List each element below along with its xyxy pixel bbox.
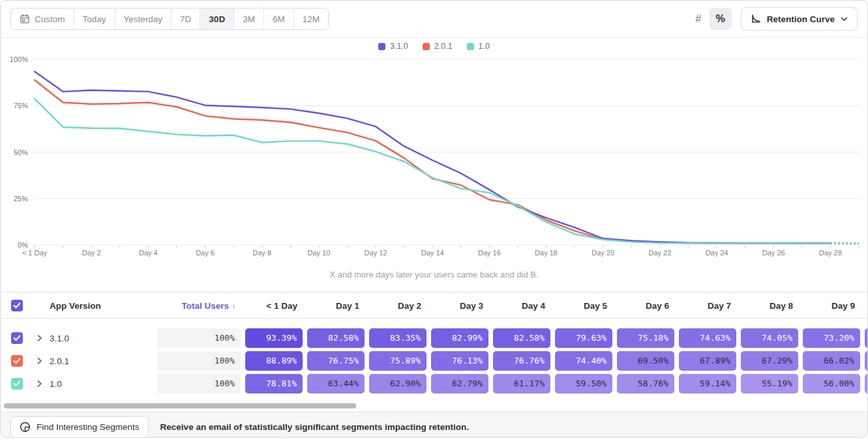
retention-cell[interactable]: 59.50% bbox=[555, 374, 612, 393]
retention-cell[interactable]: 78.81% bbox=[245, 374, 303, 393]
retention-cell-clipped[interactable] bbox=[865, 328, 868, 348]
retention-cell[interactable]: 73.20% bbox=[803, 328, 860, 348]
range-button-7d[interactable]: 7D bbox=[172, 8, 200, 29]
svg-text:Day 8: Day 8 bbox=[252, 249, 271, 257]
retention-cell[interactable]: 82.58% bbox=[493, 328, 550, 348]
table-row-2.0.1[interactable]: 2.0.1100%88.89%76.75%75.89%76.13%76.76%7… bbox=[1, 349, 867, 372]
retention-report-card: CustomTodayYesterday7D30D3M6M12M #% Rete… bbox=[0, 0, 868, 438]
svg-text:Day 26: Day 26 bbox=[762, 249, 785, 257]
range-label: 7D bbox=[180, 14, 191, 24]
range-button-custom[interactable]: Custom bbox=[11, 8, 74, 29]
scrollbar-thumb[interactable] bbox=[4, 403, 356, 408]
range-button-12m[interactable]: 12M bbox=[294, 8, 328, 29]
chart-type-dropdown[interactable]: Retention Curve bbox=[741, 7, 858, 31]
table-body: 3.1.0100%93.39%82.58%83.35%82.99%82.58%7… bbox=[1, 319, 867, 400]
retention-cell[interactable]: 56.00% bbox=[803, 374, 860, 393]
footer-bar: Find Interesting Segments Receive an ema… bbox=[1, 412, 867, 438]
retention-cell[interactable]: 76.76% bbox=[493, 351, 550, 371]
day-column-header[interactable]: Day 8 bbox=[741, 293, 798, 319]
retention-cell[interactable]: 58.76% bbox=[617, 374, 674, 393]
retention-cell[interactable]: 82.58% bbox=[307, 328, 365, 348]
row-checkbox[interactable] bbox=[11, 355, 23, 367]
svg-text:Day 20: Day 20 bbox=[591, 249, 614, 257]
range-button-6m[interactable]: 6M bbox=[264, 8, 294, 29]
retention-cell[interactable]: 55.19% bbox=[741, 374, 798, 393]
select-all-checkbox[interactable] bbox=[11, 300, 23, 311]
table-row-3.1.0[interactable]: 3.1.0100%93.39%82.58%83.35%82.99%82.58%7… bbox=[1, 326, 867, 349]
range-button-yesterday[interactable]: Yesterday bbox=[115, 8, 172, 29]
retention-cell[interactable]: 62.90% bbox=[369, 374, 427, 393]
retention-cell[interactable]: 82.99% bbox=[431, 328, 488, 348]
retention-cell[interactable]: 67.29% bbox=[741, 351, 798, 371]
horizontal-scrollbar[interactable] bbox=[1, 400, 867, 412]
retention-cell[interactable]: 61.17% bbox=[493, 374, 550, 393]
find-interesting-segments-button[interactable]: Find Interesting Segments bbox=[10, 416, 149, 438]
table-row-1.0[interactable]: 1.0100%78.81%63.44%62.90%62.79%61.17%59.… bbox=[1, 372, 867, 395]
day-column-header[interactable]: Day 4 bbox=[493, 293, 550, 319]
svg-text:Day 10: Day 10 bbox=[307, 249, 330, 257]
svg-text:50%: 50% bbox=[14, 149, 28, 156]
percent-values-toggle[interactable]: % bbox=[710, 8, 732, 30]
footer-message: Receive an email of statistically signif… bbox=[160, 422, 469, 432]
range-button-today[interactable]: Today bbox=[74, 8, 115, 29]
table-header-row: App Version Total Users↓ < 1 DayDay 1Day… bbox=[1, 293, 867, 319]
retention-cell[interactable]: 93.39% bbox=[245, 328, 303, 348]
app-version-name: 3.1.0 bbox=[50, 333, 69, 343]
day-column-header[interactable]: Day 1 bbox=[307, 293, 365, 319]
expand-chevron-right-icon[interactable] bbox=[37, 334, 42, 342]
total-users-cell[interactable]: 100% bbox=[157, 351, 241, 371]
day-column-header[interactable]: Day 3 bbox=[431, 293, 488, 319]
retention-cell[interactable]: 79.63% bbox=[555, 328, 612, 348]
retention-cell[interactable]: 67.89% bbox=[679, 351, 736, 371]
legend-swatch bbox=[378, 43, 385, 50]
legend-item-3.1.0[interactable]: 3.1.0 bbox=[378, 42, 408, 51]
total-users-header[interactable]: Total Users↓ bbox=[157, 293, 241, 319]
retention-cell[interactable]: 69.50% bbox=[617, 351, 674, 371]
chart-caption: X and more days later your users came ba… bbox=[1, 270, 867, 279]
retention-cell[interactable]: 76.75% bbox=[307, 351, 365, 371]
range-label: Custom bbox=[35, 14, 65, 24]
legend-label: 2.0.1 bbox=[434, 42, 453, 51]
legend-swatch bbox=[467, 43, 474, 50]
svg-text:100%: 100% bbox=[10, 55, 28, 63]
expand-chevron-right-icon[interactable] bbox=[37, 357, 42, 365]
toolbar: CustomTodayYesterday7D30D3M6M12M #% Rete… bbox=[1, 1, 867, 38]
day-column-header[interactable]: < 1 Day bbox=[245, 293, 303, 319]
range-button-30d[interactable]: 30D bbox=[200, 8, 234, 29]
retention-cell[interactable]: 83.35% bbox=[369, 328, 427, 348]
retention-cell[interactable]: 75.89% bbox=[369, 351, 427, 371]
absolute-values-toggle[interactable]: # bbox=[687, 8, 710, 30]
retention-cell-clipped[interactable] bbox=[865, 374, 868, 393]
retention-cell[interactable]: 88.89% bbox=[245, 351, 303, 371]
retention-cell[interactable]: 63.44% bbox=[307, 374, 365, 393]
retention-cell[interactable]: 74.63% bbox=[679, 328, 736, 348]
total-users-cell[interactable]: 100% bbox=[157, 374, 241, 393]
retention-cell[interactable]: 74.05% bbox=[741, 328, 798, 348]
range-label: Yesterday bbox=[124, 14, 163, 24]
retention-cell[interactable]: 66.02% bbox=[803, 351, 860, 371]
day-column-header[interactable]: Day 6 bbox=[617, 293, 674, 319]
range-label: 6M bbox=[273, 14, 285, 24]
svg-text:Day 28: Day 28 bbox=[819, 249, 842, 257]
day-column-header[interactable]: Day 5 bbox=[555, 293, 612, 319]
legend-item-2.0.1[interactable]: 2.0.1 bbox=[423, 42, 453, 51]
day-column-header[interactable]: Day 9 bbox=[803, 293, 860, 319]
row-checkbox[interactable] bbox=[11, 332, 23, 344]
retention-cell[interactable]: 59.14% bbox=[679, 374, 736, 393]
svg-text:< 1 Day: < 1 Day bbox=[22, 249, 48, 257]
svg-text:Day 6: Day 6 bbox=[196, 249, 215, 257]
retention-cell[interactable]: 74.40% bbox=[555, 351, 612, 371]
day-column-header[interactable]: Day 2 bbox=[369, 293, 427, 319]
row-checkbox[interactable] bbox=[11, 378, 23, 390]
retention-cell[interactable]: 75.18% bbox=[617, 328, 674, 348]
day-column-header[interactable]: Day 7 bbox=[679, 293, 736, 319]
retention-cell-clipped[interactable] bbox=[865, 351, 868, 371]
expand-chevron-right-icon[interactable] bbox=[37, 380, 42, 388]
legend-item-1.0[interactable]: 1.0 bbox=[467, 42, 490, 51]
retention-cell[interactable]: 62.79% bbox=[431, 374, 488, 393]
total-users-cell[interactable]: 100% bbox=[157, 328, 241, 348]
chart-type-label: Retention Curve bbox=[767, 14, 835, 24]
range-button-3m[interactable]: 3M bbox=[234, 8, 264, 29]
retention-table: App Version Total Users↓ < 1 DayDay 1Day… bbox=[1, 292, 867, 400]
retention-cell[interactable]: 76.13% bbox=[431, 351, 488, 371]
